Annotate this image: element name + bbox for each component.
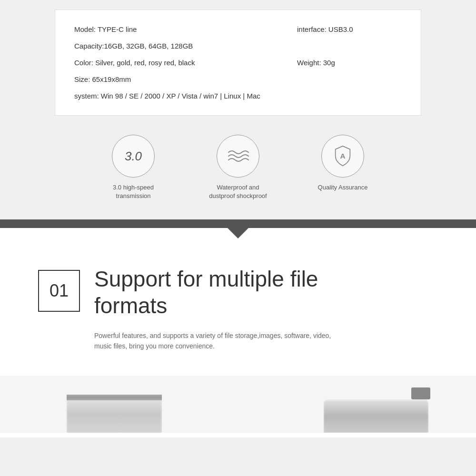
specs-row-model: Model: TYPE-C line interface: USB3.0 <box>74 24 402 34</box>
section-number: 01 <box>50 281 69 301</box>
model-label: Model: TYPE-C line <box>74 24 297 34</box>
specs-section: Model: TYPE-C line interface: USB3.0 Cap… <box>0 0 476 130</box>
color-label: Color: Silver, gold, red, rosy red, blac… <box>74 58 297 68</box>
quality-circle: A <box>321 135 364 178</box>
features-section: 3.0 3.0 high-speed transmission Waterpro… <box>0 130 476 219</box>
content-inner: 01 Support for multiple file formats Pow… <box>0 257 476 366</box>
content-title: Support for multiple file formats <box>94 266 318 318</box>
interface-label: interface: USB3.0 <box>297 24 402 34</box>
usb-connector <box>411 387 430 399</box>
quality-label: Quality Assurance <box>318 183 368 192</box>
content-description: Powerful features, and supports a variet… <box>94 330 438 352</box>
usb30-icon: 3.0 <box>125 149 142 164</box>
weight-label: Weight: 30g <box>297 58 402 68</box>
specs-row-size: Size: 65x19x8mm <box>74 74 402 84</box>
feature-usb30: 3.0 3.0 high-speed transmission <box>100 135 167 200</box>
feature-quality: A Quality Assurance <box>309 135 376 192</box>
title-line2: formats <box>94 293 167 318</box>
device-image-area <box>0 376 476 433</box>
number-box: 01 <box>38 270 80 312</box>
shield-icon: A <box>332 145 353 168</box>
content-section: 01 Support for multiple file formats Pow… <box>0 228 476 437</box>
capacity-label: Capacity:16GB, 32GB, 64GB, 128GB <box>74 41 402 51</box>
usb-device-right <box>324 399 428 433</box>
specs-box: Model: TYPE-C line interface: USB3.0 Cap… <box>55 10 421 116</box>
feature-waterproof: Waterproof and dustproof shockproof <box>205 135 271 200</box>
svg-text:A: A <box>340 152 345 160</box>
size-label: Size: 65x19x8mm <box>74 74 402 84</box>
features-inner: 3.0 3.0 high-speed transmission Waterpro… <box>55 135 421 200</box>
system-label: system: Win 98 / SE / 2000 / XP / Vista … <box>74 91 402 101</box>
title-line1: Support for multiple file <box>94 267 318 291</box>
usb-band <box>67 395 162 400</box>
divider <box>0 219 476 228</box>
usb30-circle: 3.0 <box>112 135 155 178</box>
waterproof-label: Waterproof and dustproof shockproof <box>205 183 271 200</box>
arrow-down-icon <box>228 228 248 238</box>
usb-device-left <box>67 395 162 433</box>
specs-row-capacity: Capacity:16GB, 32GB, 64GB, 128GB <box>74 41 402 51</box>
usb30-label: 3.0 high-speed transmission <box>100 183 167 200</box>
content-header: 01 Support for multiple file formats <box>38 266 438 318</box>
specs-row-color: Color: Silver, gold, red, rosy red, blac… <box>74 58 402 68</box>
waves-icon <box>226 147 250 166</box>
specs-row-system: system: Win 98 / SE / 2000 / XP / Vista … <box>74 91 402 101</box>
waterproof-circle <box>217 135 259 178</box>
